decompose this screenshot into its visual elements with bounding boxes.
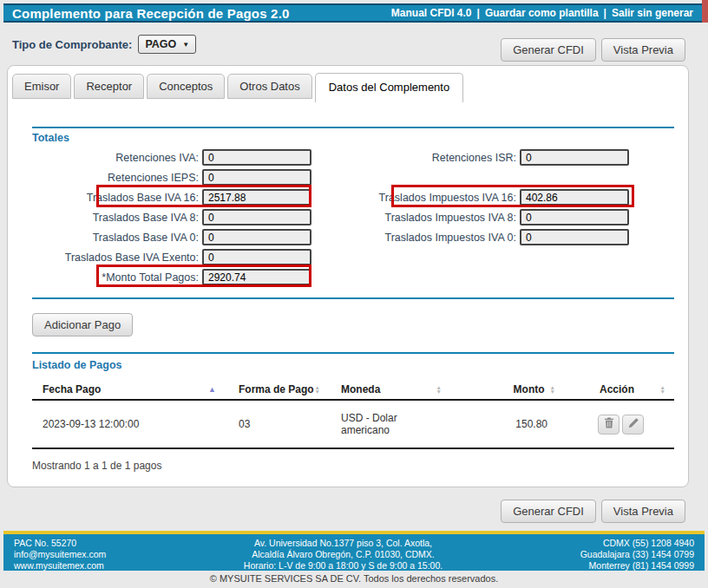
cell-moneda: USD - Dolar americano xyxy=(327,412,449,436)
page-title: Complemento para Recepción de Pagos 2.0 xyxy=(12,6,290,21)
traslados-impuestos-iva16-label: Traslados Impuestos IVA 16: xyxy=(311,192,516,204)
footer-address-column: Av. Universidad No.1377 piso 3, Col. Axo… xyxy=(244,538,442,567)
sort-arrows-icon[interactable]: ▲▼ xyxy=(315,385,320,394)
trash-icon xyxy=(604,417,614,431)
column-label: Acción xyxy=(600,383,634,395)
link-guardar-plantilla[interactable]: Guardar como plantilla xyxy=(485,7,599,19)
tipo-comprobante-select[interactable]: PAGO ▼ xyxy=(138,35,196,54)
tab-otros-datos[interactable]: Otros Datos xyxy=(227,74,311,99)
bottom-action-buttons: Generar CFDI Vista Previa xyxy=(501,500,685,523)
column-header-monto[interactable]: Monto ▲▼ xyxy=(449,383,560,395)
link-salir-sin-generar[interactable]: Salir sin generar xyxy=(612,7,693,19)
tab-emisor[interactable]: Emisor xyxy=(12,74,71,99)
pagos-table: Fecha Pago ▲ Forma de Pago ▲▼ Moneda ▲▼ … xyxy=(32,380,674,472)
footer-hours-line: Horario: L-V de 9:00 a 18:00 y S de 9:00… xyxy=(244,560,442,572)
form-row: Retenciones IVA: Retenciones ISR: xyxy=(32,147,674,167)
tab-receptor[interactable]: Receptor xyxy=(74,74,144,99)
column-header-accion[interactable]: Acción ▲▼ xyxy=(560,383,674,395)
column-header-fecha-pago[interactable]: Fecha Pago ▲ xyxy=(32,383,232,395)
retenciones-iva-field[interactable] xyxy=(202,149,311,166)
retenciones-isr-field[interactable] xyxy=(520,149,629,166)
link-separator: | xyxy=(604,7,606,19)
footer-contact-column: PAC No. 55270 info@mysuitemex.com www.my… xyxy=(14,538,106,567)
retenciones-isr-label: Retenciones ISR: xyxy=(311,152,516,164)
sort-asc-icon[interactable]: ▲ xyxy=(208,385,216,394)
vista-previa-button-top[interactable]: Vista Previa xyxy=(601,38,685,62)
footer-email[interactable]: info@mysuitemex.com xyxy=(14,549,106,560)
tab-datos-del-complemento[interactable]: Datos del Complemento xyxy=(315,73,463,102)
sort-arrows-icon[interactable]: ▲▼ xyxy=(660,385,665,394)
footer-address-line: Alcaldía Álvaro Obregón, C.P. 01030, CDM… xyxy=(244,549,442,560)
monto-total-pagos-label: *Monto Total Pagos: xyxy=(32,271,199,284)
pencil-icon xyxy=(628,418,639,431)
sort-arrows-icon[interactable]: ▲▼ xyxy=(550,385,555,394)
traslados-base-iva-exento-field[interactable] xyxy=(202,249,311,265)
form-row: Traslados Base IVA 16: Traslados Impuest… xyxy=(32,187,674,207)
cell-fecha-pago: 2023-09-13 12:00:00 xyxy=(32,418,232,430)
tab-content: Totales Retenciones IVA: Retenciones ISR… xyxy=(8,127,688,472)
form-row: Traslados Base IVA 0: Traslados Impuesto… xyxy=(32,227,674,247)
generar-cfdi-button-bottom[interactable]: Generar CFDI xyxy=(501,500,596,523)
edit-payment-button[interactable] xyxy=(622,415,644,434)
link-manual-cfdi[interactable]: Manual CFDI 4.0 xyxy=(391,7,472,19)
retenciones-ieps-label: Retenciones IEPS: xyxy=(32,172,199,184)
traslados-base-iva0-field[interactable] xyxy=(202,229,311,245)
traslados-base-iva16-label: Traslados Base IVA 16: xyxy=(32,192,199,204)
column-header-moneda[interactable]: Moneda ▲▼ xyxy=(327,383,449,395)
footer-website[interactable]: www.mysuitemex.com xyxy=(14,560,106,572)
column-label: Monto xyxy=(514,383,545,395)
vista-previa-button-bottom[interactable]: Vista Previa xyxy=(601,500,685,523)
footer-phone-monterrey: Monterrey (81) 1454 0999 xyxy=(580,560,694,572)
header-links: Manual CFDI 4.0 | Guardar como plantilla… xyxy=(391,7,693,19)
traslados-impuestos-iva8-field[interactable] xyxy=(520,209,629,225)
listado-de-pagos-heading: Listado de Pagos xyxy=(32,359,674,371)
section-divider xyxy=(32,127,674,128)
delete-payment-button[interactable] xyxy=(598,415,620,434)
adicionar-pago-button[interactable]: Adicionar Pago xyxy=(32,313,133,336)
cell-monto: 150.80 xyxy=(449,418,560,430)
tab-bar: Emisor Receptor Conceptos Otros Datos Da… xyxy=(8,66,688,99)
column-label: Forma de Pago xyxy=(239,383,314,395)
footer-phones-column: CDMX (55) 1208 4940 Guadalajara (33) 145… xyxy=(580,538,694,567)
footer: PAC No. 55270 info@mysuitemex.com www.my… xyxy=(3,534,705,571)
form-row: Traslados Base IVA Exento: xyxy=(32,247,674,267)
traslados-base-iva8-label: Traslados Base IVA 8: xyxy=(32,212,199,224)
top-action-buttons: Generar CFDI Vista Previa xyxy=(501,38,685,62)
chevron-down-icon: ▼ xyxy=(182,41,189,49)
totales-form: Retenciones IVA: Retenciones ISR: Retenc… xyxy=(32,147,674,287)
footer-pac-number: PAC No. 55270 xyxy=(14,538,106,549)
copyright-text: © MYSUITE SERVICES SA DE CV. Todos los d… xyxy=(0,573,708,584)
totales-heading: Totales xyxy=(32,132,674,144)
traslados-impuestos-iva0-label: Traslados Impuestos IVA 0: xyxy=(311,232,516,244)
right-edge-marker xyxy=(702,0,708,23)
tab-conceptos[interactable]: Conceptos xyxy=(147,74,225,99)
retenciones-iva-label: Retenciones IVA: xyxy=(32,152,199,164)
pagos-table-header: Fecha Pago ▲ Forma de Pago ▲▼ Moneda ▲▼ … xyxy=(32,380,674,401)
section-divider xyxy=(32,352,674,354)
section-divider xyxy=(32,297,674,299)
form-row: Retenciones IEPS: xyxy=(32,167,674,187)
tipo-comprobante-value: PAGO xyxy=(145,38,176,50)
traslados-base-iva8-field[interactable] xyxy=(202,209,311,225)
column-header-forma-de-pago[interactable]: Forma de Pago ▲▼ xyxy=(232,383,327,395)
table-row: 2023-09-13 12:00:00 03 USD - Dolar ameri… xyxy=(32,401,674,449)
sort-arrows-icon[interactable]: ▲▼ xyxy=(436,385,442,394)
footer-phone-cdmx: CDMX (55) 1208 4940 xyxy=(580,538,694,549)
traslados-base-iva-exento-label: Traslados Base IVA Exento: xyxy=(32,252,199,264)
traslados-impuestos-iva16-field[interactable] xyxy=(520,189,629,206)
column-label: Moneda xyxy=(341,383,380,395)
monto-total-pagos-field[interactable] xyxy=(202,269,311,285)
tipo-comprobante-label: Tipo de Comprobante: xyxy=(12,38,132,51)
cell-forma-de-pago: 03 xyxy=(232,418,327,430)
generar-cfdi-button-top[interactable]: Generar CFDI xyxy=(501,38,596,62)
form-row: Traslados Base IVA 8: Traslados Impuesto… xyxy=(32,207,674,227)
traslados-base-iva0-label: Traslados Base IVA 0: xyxy=(32,232,199,244)
footer-address-line: Av. Universidad No.1377 piso 3, Col. Axo… xyxy=(244,538,442,549)
pagination-summary: Mostrando 1 a 1 de 1 pagos xyxy=(32,460,674,472)
traslados-impuestos-iva0-field[interactable] xyxy=(520,229,629,245)
app-header: Complemento para Recepción de Pagos 2.0 … xyxy=(3,3,702,23)
traslados-base-iva16-field[interactable] xyxy=(202,189,311,206)
column-label: Fecha Pago xyxy=(43,383,101,395)
link-separator: | xyxy=(477,7,480,19)
retenciones-ieps-field[interactable] xyxy=(202,169,311,186)
